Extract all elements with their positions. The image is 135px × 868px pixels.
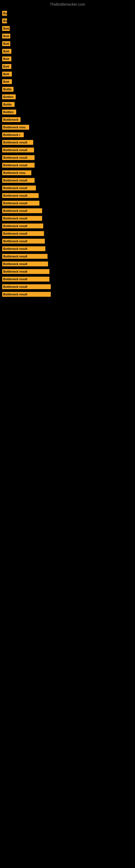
- bottleneck-label: Bott: [2, 34, 10, 38]
- list-item: Bo: [2, 11, 133, 16]
- bottleneck-label: Bo: [2, 11, 7, 16]
- list-item: Bottleneck result: [2, 246, 133, 251]
- list-item: Bottleneck r: [2, 132, 133, 137]
- list-item: Bottleneck result: [2, 239, 133, 244]
- bottleneck-label: Bottlen: [2, 94, 16, 99]
- bottleneck-label: Bottleneck result: [2, 216, 42, 221]
- bottleneck-label: Bottlen: [2, 110, 16, 115]
- bottleneck-label: Bottleneck result: [2, 178, 35, 183]
- list-item: Bottleneck result: [2, 140, 133, 145]
- list-item: Bott: [2, 26, 133, 31]
- list-item: Bottleneck result: [2, 216, 133, 221]
- bottleneck-label: Bottleneck result: [2, 148, 34, 152]
- list-item: Bottleneck result: [2, 254, 133, 259]
- bottleneck-label: Bottleneck result: [2, 231, 44, 236]
- bottleneck-label: Bott: [2, 26, 10, 31]
- list-item: Bottle: [2, 102, 133, 107]
- list-item: Bott: [2, 49, 133, 54]
- list-item: Bott: [2, 56, 133, 61]
- list-item: Bottleneck result: [2, 178, 133, 183]
- list-item: Bottlen: [2, 110, 133, 115]
- bottleneck-label: Bottleneck result: [2, 186, 36, 190]
- bottleneck-label: Bottleneck: [2, 117, 20, 122]
- bottleneck-label: Bott: [2, 49, 11, 54]
- bottleneck-label: Bottleneck result: [2, 284, 51, 289]
- list-item: Bottleneck result: [2, 208, 133, 213]
- list-item: Bottleneck result: [2, 163, 133, 167]
- bottleneck-label: Bottleneck result: [2, 269, 49, 274]
- list-item: Bottleneck result: [2, 148, 133, 152]
- list-item: Bottle: [2, 87, 133, 92]
- bottleneck-label: Bottle: [2, 87, 13, 92]
- bottleneck-label: Bottleneck result: [2, 277, 49, 282]
- list-item: Bottlen: [2, 94, 133, 99]
- list-item: Bottleneck result: [2, 201, 133, 206]
- list-item: Bottleneck resu: [2, 170, 133, 175]
- bottleneck-label: Bottleneck result: [2, 201, 39, 206]
- bottleneck-label: Bottleneck result: [2, 193, 39, 198]
- bottleneck-label: Bottle: [2, 102, 14, 107]
- list-item: Bottleneck result: [2, 292, 133, 297]
- bottleneck-label: Bott: [2, 56, 11, 61]
- bottleneck-label: Bottleneck resu: [2, 170, 31, 175]
- bottleneck-label: Bottleneck result: [2, 163, 35, 167]
- bottleneck-label: Bott: [2, 79, 12, 84]
- list-item: Bottleneck result: [2, 277, 133, 282]
- list-item: Bottleneck result: [2, 231, 133, 236]
- list-item: Bottleneck result: [2, 155, 133, 160]
- bottleneck-label: Bott: [2, 64, 11, 69]
- list-item: Bo: [2, 19, 133, 23]
- bottleneck-label: Bottleneck result: [2, 140, 33, 145]
- list-item: Bottleneck: [2, 117, 133, 122]
- bottleneck-label: Bottleneck result: [2, 223, 43, 228]
- list-item: Bott: [2, 79, 133, 84]
- bottleneck-label: Bottleneck result: [2, 246, 45, 251]
- items-container: BoBoBottBottBottBottBottBottBottBottBott…: [0, 8, 135, 302]
- list-item: Bott: [2, 41, 133, 46]
- bottleneck-label: Bottleneck resu: [2, 125, 29, 130]
- bottleneck-label: Bottleneck result: [2, 239, 45, 244]
- bottleneck-label: Bottleneck r: [2, 132, 24, 137]
- list-item: Bottleneck result: [2, 186, 133, 190]
- list-item: Bottleneck resu: [2, 125, 133, 130]
- list-item: Bottleneck result: [2, 284, 133, 289]
- site-title: TheBottlenecker.com: [0, 0, 135, 8]
- list-item: Bottleneck result: [2, 193, 133, 198]
- list-item: Bottleneck result: [2, 223, 133, 228]
- bottleneck-label: Bott: [2, 41, 10, 46]
- list-item: Bott: [2, 64, 133, 69]
- bottleneck-label: Bottleneck result: [2, 292, 51, 297]
- list-item: Bottleneck result: [2, 269, 133, 274]
- list-item: Bottleneck result: [2, 261, 133, 267]
- bottleneck-label: Bottleneck result: [2, 254, 48, 259]
- list-item: Bott: [2, 34, 133, 38]
- bottleneck-label: Bottleneck result: [2, 155, 35, 160]
- bottleneck-label: Bo: [2, 19, 7, 23]
- bottleneck-label: Bottleneck result: [2, 261, 48, 267]
- bottleneck-label: Bottleneck result: [2, 208, 42, 213]
- list-item: Bott: [2, 72, 133, 76]
- bottleneck-label: Bott: [2, 72, 12, 76]
